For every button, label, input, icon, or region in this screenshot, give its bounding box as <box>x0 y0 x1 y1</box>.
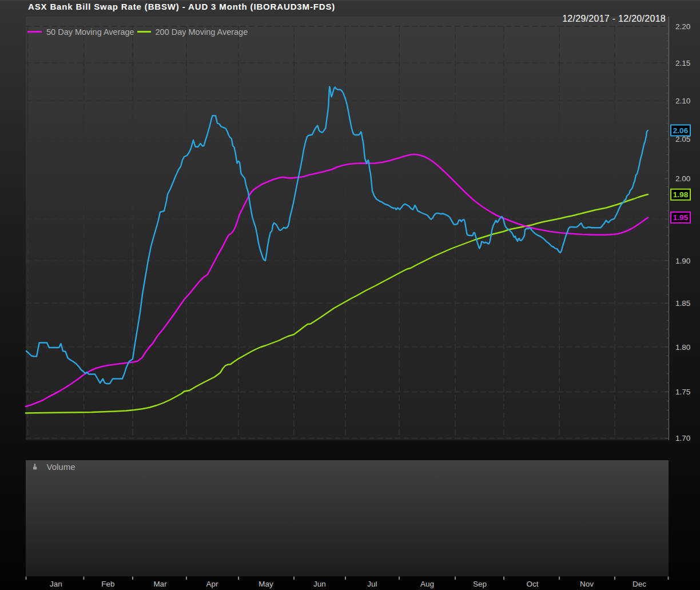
svg-text:Feb: Feb <box>101 580 114 588</box>
svg-text:Sep: Sep <box>473 580 487 588</box>
svg-text:Volume: Volume <box>47 462 75 472</box>
svg-text:Jul: Jul <box>367 580 377 588</box>
svg-text:2.20: 2.20 <box>675 22 690 31</box>
svg-text:1.98: 1.98 <box>673 190 689 199</box>
svg-text:1.85: 1.85 <box>675 299 690 308</box>
svg-text:12/29/2017 - 12/20/2018: 12/29/2017 - 12/20/2018 <box>562 14 666 23</box>
svg-text:2.00: 2.00 <box>675 174 690 183</box>
svg-text:Jun: Jun <box>313 580 326 588</box>
svg-text:Nov: Nov <box>580 580 594 588</box>
svg-text:2.10: 2.10 <box>675 97 690 105</box>
svg-text:Aug: Aug <box>420 580 434 588</box>
svg-text:1.80: 1.80 <box>675 343 690 352</box>
svg-text:2.15: 2.15 <box>675 59 690 67</box>
svg-text:Dec: Dec <box>633 580 646 588</box>
svg-text:1.70: 1.70 <box>675 434 690 442</box>
svg-text:1.95: 1.95 <box>673 213 689 222</box>
svg-text:Oct: Oct <box>526 580 538 588</box>
svg-text:200 Day Moving Average: 200 Day Moving Average <box>156 27 248 37</box>
svg-text:1.90: 1.90 <box>675 257 690 265</box>
svg-text:Jan: Jan <box>50 580 62 588</box>
svg-text:2.06: 2.06 <box>673 126 689 135</box>
svg-text:Mar: Mar <box>153 580 167 588</box>
svg-text:ASX Bank Bill Swap Rate (BBSW): ASX Bank Bill Swap Rate (BBSW) - AUD 3 M… <box>28 2 335 11</box>
svg-text:May: May <box>258 580 273 588</box>
svg-text:1.75: 1.75 <box>675 388 690 396</box>
svg-text:Apr: Apr <box>206 580 218 588</box>
svg-text:50 Day Moving Average: 50 Day Moving Average <box>46 27 134 37</box>
